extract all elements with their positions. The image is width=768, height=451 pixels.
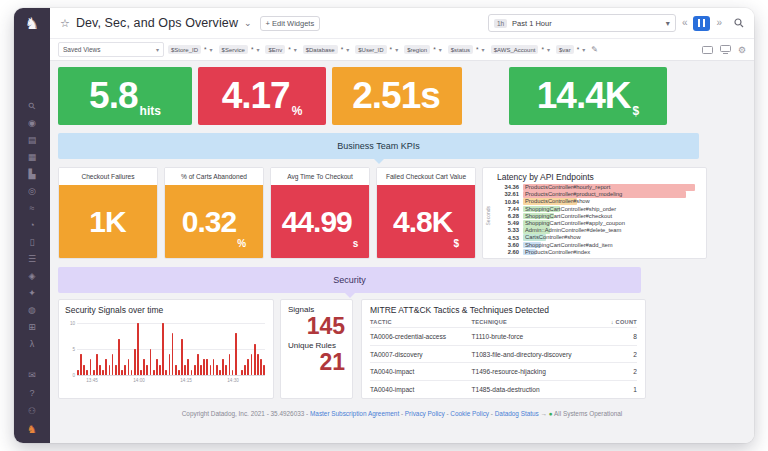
toplist-row[interactable]: 10.84ProductsController#show	[497, 198, 700, 205]
kpi-checkout-failures[interactable]: Checkout Failures 1K	[58, 167, 158, 259]
variable-value[interactable]: *	[390, 46, 393, 53]
integrations-icon[interactable]: ⊞	[24, 321, 40, 333]
mitre-table-widget[interactable]: MITRE ATT&CK Tactics & Techniques Detect…	[361, 299, 646, 399]
technique-cell: T1083-file-and-directory-discovery	[471, 351, 599, 358]
bar	[187, 359, 189, 375]
chat-icon[interactable]: ✉	[24, 369, 40, 381]
signals-count-widget[interactable]: Signals 145 Unique Rules 21	[280, 299, 353, 399]
kpi-carts-abandoned[interactable]: % of Carts Abandoned 0.32 %	[164, 167, 264, 259]
help-icon[interactable]: ?	[24, 387, 40, 399]
time-forward-button[interactable]: »	[715, 16, 723, 30]
monitors-icon[interactable]: ◎	[24, 185, 40, 197]
column-header-tactic[interactable]: TACTIC	[370, 319, 471, 325]
kpi-failed-cart-value[interactable]: Failed Checkout Cart Value 4.8K $	[376, 167, 476, 259]
table-row[interactable]: TA0040-impactT1485-data-destruction1	[370, 380, 637, 398]
user-avatar[interactable]: ♞	[24, 423, 40, 435]
notebooks-icon[interactable]: ▯	[24, 236, 40, 248]
variable-value[interactable]: *	[288, 46, 291, 53]
apm-icon[interactable]: ◔	[24, 219, 40, 231]
sidebar: ♞ ⚲◉▤▦▙◎≈◔▯☰◈✦◍⊞λ ✉?⚇♞	[14, 8, 50, 443]
template-variable-pill[interactable]: $Store_ID*▾	[168, 45, 213, 54]
rum-icon[interactable]: ◍	[24, 304, 40, 316]
search-icon[interactable]: ⚲	[22, 96, 42, 116]
table-row[interactable]: TA0007-discoveryT1083-file-and-directory…	[370, 345, 637, 363]
toplist-row[interactable]: 34.36ProductsController#hourly_report	[497, 184, 700, 191]
saved-views-dropdown[interactable]: Saved Views ▾	[58, 42, 164, 57]
toplist-value: 3.60	[497, 242, 519, 248]
edit-widgets-button[interactable]: + Edit Widgets	[260, 16, 321, 31]
toplist-row[interactable]: 7.44ShoppingCartController#ship_order	[497, 206, 700, 213]
footer-link[interactable]: Privacy Policy	[405, 410, 445, 417]
bar	[213, 359, 215, 375]
template-variable-pill[interactable]: $var*▾	[556, 45, 585, 54]
table-row[interactable]: TA0006-credential-accessT1110-brute-forc…	[370, 327, 637, 345]
security-icon[interactable]: ◈	[24, 270, 40, 282]
dashboards-icon[interactable]: ▦	[24, 151, 40, 163]
footer-link[interactable]: Master Subscription Agreement	[310, 410, 399, 417]
template-variable-pill[interactable]: $region*▾	[404, 45, 442, 54]
toplist-row[interactable]: 4.53CartsController#show	[497, 234, 700, 241]
latency-toplist-widget[interactable]: Latency by API Endpoints Seconds 34.36Pr…	[482, 167, 707, 259]
chevron-down-icon: ▾	[482, 46, 485, 53]
toplist-row[interactable]: 32.61ProductsController#product_modeling	[497, 191, 700, 198]
footer-link[interactable]: Cookie Policy	[450, 410, 489, 417]
pause-button[interactable]	[693, 16, 710, 31]
query-value-seconds[interactable]: 2.51s	[332, 67, 462, 125]
toplist-row[interactable]: 6.28ShoppingCartController#checkout	[497, 213, 700, 220]
bar	[203, 359, 205, 375]
watchdog-icon[interactable]: ◉	[24, 117, 40, 129]
template-variable-pill[interactable]: $AWS_Account*▾	[491, 45, 550, 54]
variable-value[interactable]: *	[577, 46, 580, 53]
footer-link[interactable]: Datadog Status	[495, 410, 539, 417]
template-variable-pill[interactable]: $User_ID*▾	[355, 45, 398, 54]
time-range-selector[interactable]: 1h Past 1 Hour ▾	[488, 14, 676, 32]
x-tick-label: 13:45	[86, 378, 98, 383]
query-value-hits[interactable]: 5.8 hits	[58, 67, 192, 125]
query-value-percent[interactable]: 4.17 %	[198, 67, 326, 125]
column-header-count[interactable]: ↓ COUNT	[600, 319, 637, 325]
settings-gear-icon[interactable]: ⚙	[738, 45, 746, 55]
bar	[156, 359, 158, 375]
timeseries-bar-chart: 051013:4514:0014:1514:30	[77, 323, 265, 385]
serverless-icon[interactable]: λ	[24, 338, 40, 350]
edit-variables-pencil-icon[interactable]: ✎	[591, 45, 598, 54]
time-range-chevron-icon: ▾	[666, 19, 670, 28]
table-row[interactable]: TA0040-impactT1496-resource-hijacking2	[370, 362, 637, 380]
favorite-star-icon[interactable]: ☆	[60, 17, 70, 30]
template-variable-pill[interactable]: $Service*▾	[219, 45, 260, 54]
query-value-dollars[interactable]: 14.4K $	[509, 67, 667, 125]
infrastructure-icon[interactable]: ▙	[24, 168, 40, 180]
grid-gap	[468, 67, 503, 125]
tv-mode-icon[interactable]	[702, 46, 713, 54]
team-icon[interactable]: ⚇	[24, 405, 40, 417]
template-variable-pill[interactable]: $status*▾	[448, 45, 485, 54]
search-icon[interactable]	[734, 18, 744, 28]
events-icon[interactable]: ▤	[24, 134, 40, 146]
variable-value[interactable]: *	[251, 46, 254, 53]
metrics-icon[interactable]: ≈	[24, 202, 40, 214]
toplist-row[interactable]: 3.60ShoppingCartController#add_item	[497, 242, 700, 249]
fullscreen-monitor-icon[interactable]	[720, 45, 731, 54]
bar	[112, 354, 114, 375]
title-chevron-down-icon[interactable]: ⌄	[244, 18, 252, 28]
synthetics-icon[interactable]: ✦	[24, 287, 40, 299]
toplist-row[interactable]: 5.49ShoppingCartController#apply_coupon	[497, 220, 700, 227]
variable-value[interactable]: *	[204, 46, 207, 53]
variable-value[interactable]: *	[433, 46, 436, 53]
toplist-row[interactable]: 5.33Admin::AdminController#delete_team	[497, 227, 700, 234]
template-variable-pill[interactable]: $Env*▾	[265, 45, 296, 54]
logs-icon[interactable]: ☰	[24, 253, 40, 265]
pause-icon	[698, 19, 705, 27]
variable-value[interactable]: *	[341, 46, 344, 53]
dashboard-title[interactable]: Dev, Sec, and Ops Overview	[76, 16, 238, 30]
kpi-avg-time-checkout[interactable]: Avg Time To Checkout 44.99 s	[270, 167, 370, 259]
template-variable-pill[interactable]: $Database*▾	[303, 45, 350, 54]
time-backward-button[interactable]: «	[681, 16, 689, 30]
security-signals-chart-widget[interactable]: Security Signals over time 051013:4514:0…	[58, 299, 274, 399]
variable-value[interactable]: *	[541, 46, 544, 53]
datadog-logo-icon[interactable]: ♞	[22, 14, 42, 34]
variable-value[interactable]: *	[476, 46, 479, 53]
column-header-technique[interactable]: TECHNIQUE	[471, 319, 599, 325]
kpi-unit: hits	[140, 104, 161, 118]
toplist-row[interactable]: 2.60ProductsController#index	[497, 249, 700, 256]
